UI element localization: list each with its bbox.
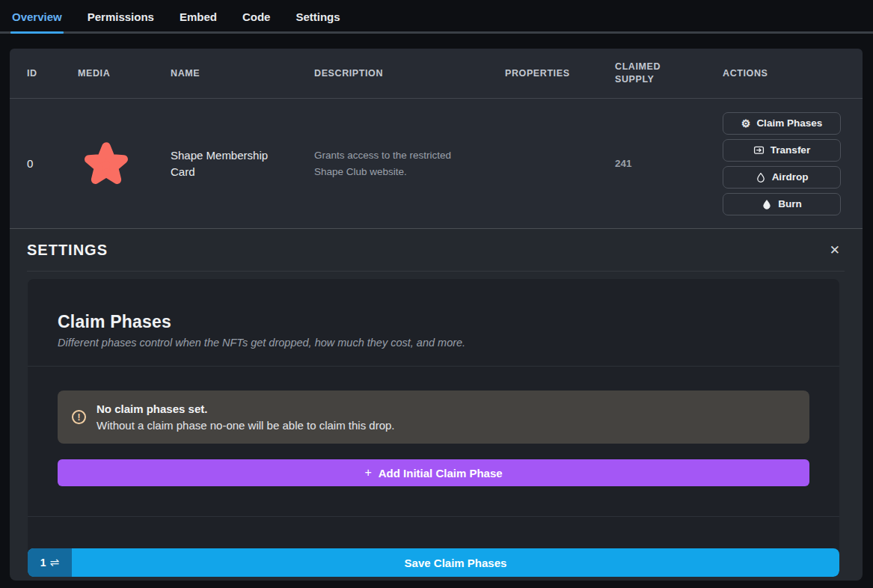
col-header-description: DESCRIPTION: [314, 67, 505, 80]
col-header-name: NAME: [171, 67, 314, 80]
tab-bar: Overview Permissions Embed Code Settings: [0, 0, 873, 34]
airdrop-button-label: Airdrop: [772, 171, 809, 183]
add-initial-claim-phase-label: Add Initial Claim Phase: [379, 467, 503, 480]
claim-phases-button-label: Claim Phases: [756, 117, 822, 129]
token-description: Grants access to the restricted Shape Cl…: [314, 147, 475, 180]
settings-title: SETTINGS: [27, 242, 108, 259]
warning-icon: !: [72, 410, 86, 424]
transfer-button[interactable]: Transfer: [723, 139, 841, 162]
col-header-id: ID: [27, 67, 78, 80]
nft-table: ID MEDIA NAME DESCRIPTION PROPERTIES CLA…: [10, 49, 863, 228]
star-icon: [78, 137, 171, 191]
alert-message: Without a claim phase no-one will be abl…: [97, 419, 395, 432]
settings-section: SETTINGS ✕ Claim Phases Different phases…: [10, 228, 863, 581]
token-media: [78, 137, 171, 191]
tab-permissions[interactable]: Permissions: [86, 7, 156, 31]
transaction-count: 1: [40, 557, 46, 569]
token-id: 0: [27, 157, 78, 170]
tab-settings[interactable]: Settings: [294, 7, 341, 31]
nft-panel: ID MEDIA NAME DESCRIPTION PROPERTIES CLA…: [10, 49, 863, 581]
airdrop-button[interactable]: Airdrop: [723, 166, 841, 189]
tab-code[interactable]: Code: [241, 7, 272, 31]
col-header-properties: PROPERTIES: [505, 67, 615, 80]
droplet-outline-icon: [756, 172, 766, 183]
transfer-button-label: Transfer: [771, 144, 810, 156]
plus-icon: +: [364, 466, 371, 480]
claim-phases-title: Claim Phases: [58, 312, 809, 332]
no-claim-phases-alert: ! No claim phases set. Without a claim p…: [58, 391, 809, 444]
add-initial-claim-phase-button[interactable]: + Add Initial Claim Phase: [58, 459, 809, 486]
claim-phases-card-body: ! No claim phases set. Without a claim p…: [28, 367, 839, 516]
burn-button[interactable]: Burn: [723, 193, 841, 215]
col-header-claimed-supply: CLAIMED SUPPLY: [615, 61, 675, 86]
token-name: Shape Membership Card: [171, 147, 279, 180]
close-settings-button[interactable]: ✕: [825, 241, 845, 260]
claim-phases-subtitle: Different phases control when the NFTs g…: [58, 337, 809, 349]
claim-phases-card-header: Claim Phases Different phases control wh…: [28, 279, 839, 366]
gear-icon: ⚙: [741, 118, 751, 129]
row-actions: ⚙ Claim Phases Transfer: [723, 112, 845, 215]
transfer-icon: [753, 144, 765, 156]
col-header-actions: ACTIONS: [723, 67, 845, 80]
claim-phases-card: Claim Phases Different phases control wh…: [28, 279, 839, 577]
alert-title: No claim phases set.: [97, 402, 395, 415]
save-claim-phases-button[interactable]: 1 ⇌ Save Claim Phases: [28, 548, 839, 577]
alert-text: No claim phases set. Without a claim pha…: [97, 402, 395, 432]
droplet-filled-icon: [762, 199, 772, 209]
tab-overview[interactable]: Overview: [10, 7, 64, 31]
close-icon: ✕: [830, 243, 840, 257]
claimed-supply-value: 241: [615, 158, 723, 169]
claim-phases-button[interactable]: ⚙ Claim Phases: [723, 112, 841, 135]
settings-header: SETTINGS ✕: [27, 229, 845, 272]
table-row: 0 Shape Membership Card Grants access to…: [10, 99, 863, 228]
transaction-arrows-icon: ⇌: [50, 556, 60, 569]
burn-button-label: Burn: [778, 198, 802, 209]
save-claim-phases-label: Save Claim Phases: [72, 548, 839, 577]
tab-embed[interactable]: Embed: [178, 7, 218, 31]
table-header-row: ID MEDIA NAME DESCRIPTION PROPERTIES CLA…: [10, 49, 863, 99]
col-header-media: MEDIA: [78, 67, 171, 80]
transaction-count-badge: 1 ⇌: [28, 548, 72, 577]
claim-phases-card-footer: 1 ⇌ Save Claim Phases: [28, 517, 839, 577]
